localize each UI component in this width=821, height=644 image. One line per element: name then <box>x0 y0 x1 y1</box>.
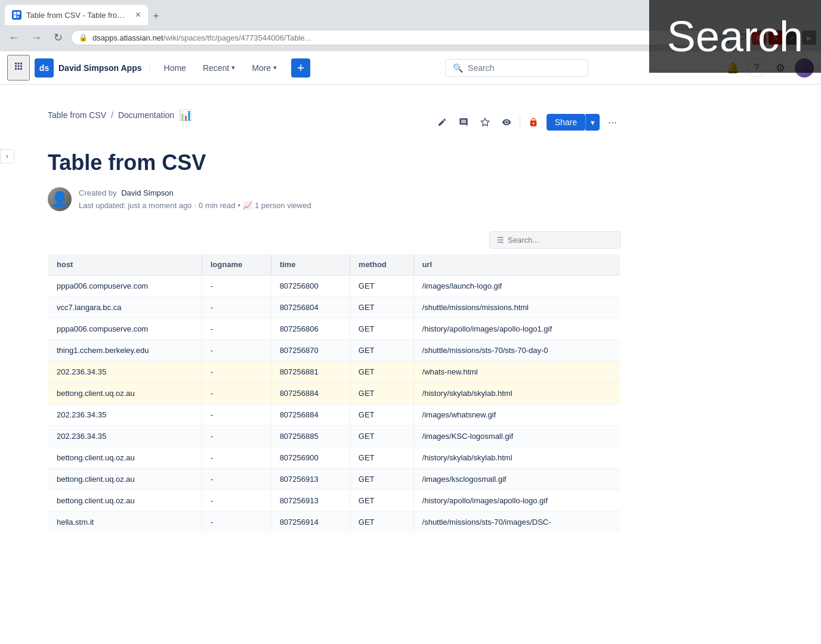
cell-method: GET <box>350 318 413 339</box>
share-dropdown-button[interactable]: ▾ <box>585 114 600 131</box>
table-row: pppa006.compuserve.com-807256800GET/imag… <box>48 275 621 296</box>
cell-logname: - <box>202 468 271 490</box>
cell-url: /history/apollo/images/apollo-logo.gif <box>413 490 620 511</box>
forward-button[interactable]: → <box>27 29 45 47</box>
lock-button[interactable] <box>525 114 542 131</box>
views-icon: 📈 <box>243 200 252 212</box>
edit-button[interactable] <box>434 114 450 131</box>
cell-time: 807256881 <box>271 361 350 382</box>
address-bar[interactable]: 🔒 dsapps.atlassian.net/wiki/spaces/tfc/p… <box>71 30 711 45</box>
cell-time: 807256870 <box>271 339 350 361</box>
tab-close-button[interactable]: × <box>135 10 141 20</box>
nav-more[interactable]: More ▾ <box>245 58 284 78</box>
col-header-logname: logname <box>202 253 271 275</box>
sidebar-toggle-button[interactable]: › <box>0 149 14 163</box>
table-row: hella.stm.it-807256914GET/shuttle/missio… <box>48 511 621 532</box>
nav-recent[interactable]: Recent ▾ <box>196 58 242 78</box>
cell-logname: - <box>202 490 271 511</box>
breadcrumb-separator: / <box>111 110 113 120</box>
cell-url: /history/skylab/skylab.html <box>413 382 620 404</box>
share-button-group: Share ▾ <box>547 114 600 131</box>
watch-button[interactable] <box>498 114 515 131</box>
cell-method: GET <box>350 275 413 296</box>
breadcrumb-item-documentation[interactable]: Documentation <box>118 110 174 120</box>
reload-button[interactable]: ↻ <box>50 29 66 47</box>
col-header-time: time <box>271 253 350 275</box>
header-nav: Home Recent ▾ More ▾ <box>157 58 285 78</box>
cell-method: GET <box>350 361 413 382</box>
star-button[interactable] <box>477 114 493 131</box>
cell-url: /images/whatsnew.gif <box>413 404 620 425</box>
header-search-box[interactable]: 🔍 Search <box>445 59 588 77</box>
author-meta: Last updated: just a moment ago · 0 min … <box>79 200 311 212</box>
table-row: bettong.client.uq.oz.au-807256884GET/his… <box>48 382 621 404</box>
author-details: Created by David Simpson Last updated: j… <box>79 187 311 212</box>
cell-host: pppa006.compuserve.com <box>48 275 202 296</box>
cell-host: bettong.client.uq.oz.au <box>48 447 202 468</box>
back-button[interactable]: ← <box>5 29 23 47</box>
action-divider <box>520 116 520 128</box>
cell-host: pppa006.compuserve.com <box>48 318 202 339</box>
search-overlay-text: Search <box>667 13 803 60</box>
breadcrumb-item-table-from-csv[interactable]: Table from CSV <box>48 110 106 120</box>
table-search-wrapper: ☰ <box>48 231 621 249</box>
author-info: 👤 Created by David Simpson Last updated:… <box>48 187 621 212</box>
cell-method: GET <box>350 511 413 532</box>
cell-url: /shuttle/missions/missions.html <box>413 296 620 318</box>
cell-logname: - <box>202 361 271 382</box>
cell-time: 807256885 <box>271 425 350 447</box>
url-display: dsapps.atlassian.net/wiki/spaces/tfc/pag… <box>92 33 691 42</box>
page-actions-bar: Share ▾ ··· <box>434 113 621 132</box>
cell-time: 807256804 <box>271 296 350 318</box>
cell-host: hella.stm.it <box>48 511 202 532</box>
col-header-method: method <box>350 253 413 275</box>
cell-url: /shuttle/missions/sts-70/sts-70-day-0 <box>413 339 620 361</box>
cell-url: /images/launch-logo.gif <box>413 275 620 296</box>
main-content: Table from CSV / Documentation 📊 <box>0 85 656 644</box>
security-lock-icon: 🔒 <box>79 33 88 42</box>
cell-logname: - <box>202 318 271 339</box>
table-search-input[interactable] <box>508 236 613 244</box>
cell-time: 807256800 <box>271 275 350 296</box>
table-row: bettong.client.uq.oz.au-807256913GET/his… <box>48 490 621 511</box>
share-button[interactable]: Share <box>547 114 585 131</box>
nav-home[interactable]: Home <box>157 58 193 78</box>
create-button[interactable]: + <box>291 58 310 78</box>
more-actions-button[interactable]: ··· <box>604 113 621 132</box>
tab-title: Table from CSV - Table from C <box>26 11 131 20</box>
table-search[interactable]: ☰ <box>489 231 621 249</box>
data-table: host logname time method url pppa006.com… <box>48 253 621 533</box>
col-header-url: url <box>413 253 620 275</box>
cell-logname: - <box>202 511 271 532</box>
active-tab[interactable]: Table from CSV - Table from C × <box>5 5 148 25</box>
search-icon: 🔍 <box>453 63 463 73</box>
cell-method: GET <box>350 447 413 468</box>
table-body: pppa006.compuserve.com-807256800GET/imag… <box>48 275 621 532</box>
cell-host: bettong.client.uq.oz.au <box>48 382 202 404</box>
cell-logname: - <box>202 296 271 318</box>
chevron-down-icon: ▾ <box>273 64 277 72</box>
browser-nav: ← → ↻ 🔒 dsapps.atlassian.net/wiki/spaces… <box>0 25 821 51</box>
search-overlay: Search <box>649 0 821 73</box>
cell-host: 202.236.34.35 <box>48 361 202 382</box>
cell-time: 807256913 <box>271 468 350 490</box>
comment-button[interactable] <box>455 114 472 131</box>
cell-url: /history/apollo/images/apollo-logo1.gif <box>413 318 620 339</box>
header-divider <box>149 62 150 74</box>
tab-favicon <box>12 10 21 20</box>
cell-host: vcc7.langara.bc.ca <box>48 296 202 318</box>
url-path: /wiki/spaces/tfc/pages/4773544006/Table.… <box>163 33 311 42</box>
cell-method: GET <box>350 490 413 511</box>
cell-url: /history/skylab/skylab.html <box>413 447 620 468</box>
cell-method: GET <box>350 425 413 447</box>
search-placeholder: Search <box>468 63 494 73</box>
app-name: David Simpson Apps <box>58 63 142 73</box>
breadcrumb: Table from CSV / Documentation 📊 <box>48 109 192 122</box>
table-row: pppa006.compuserve.com-807256806GET/hist… <box>48 318 621 339</box>
cell-logname: - <box>202 447 271 468</box>
url-domain: dsapps.atlassian.net <box>92 33 163 42</box>
table-header: host logname time method url <box>48 253 621 275</box>
new-tab-button[interactable]: + <box>148 8 164 25</box>
apps-grid-button[interactable] <box>7 55 30 80</box>
page-title: Table from CSV <box>48 150 621 175</box>
